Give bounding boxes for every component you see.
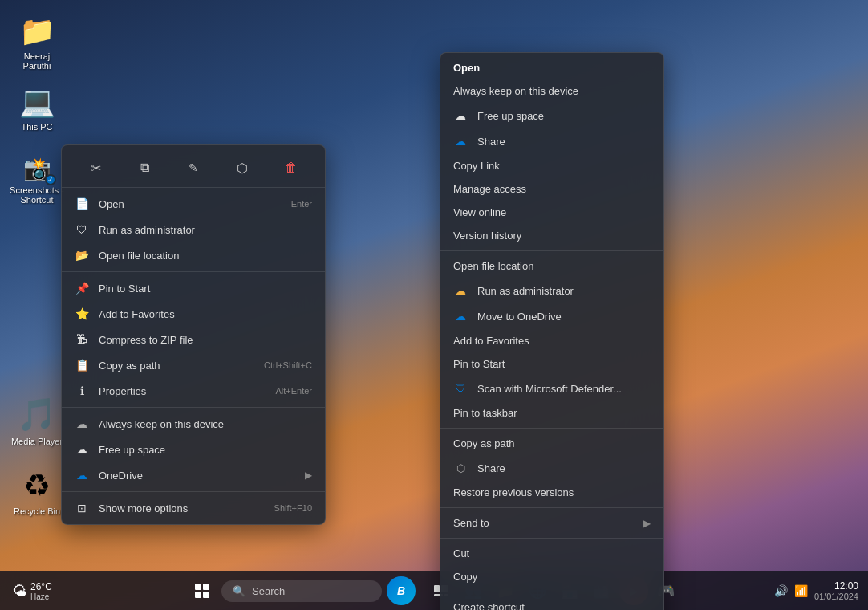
desktop-icon-this-pc[interactable]: 💻 This PC — [5, 80, 69, 136]
right-move-onedrive-label: Move to OneDrive — [477, 311, 651, 323]
right-menu-copy[interactable]: Copy — [440, 565, 663, 588]
properties-label: Properties — [99, 385, 266, 397]
right-menu-version-history[interactable]: Version history — [440, 224, 663, 247]
right-menu-open-file-location[interactable]: Open file location — [440, 254, 663, 278]
right-menu-copy-link[interactable]: Copy Link — [440, 154, 663, 177]
pin-start-label: Pin to Start — [99, 283, 312, 295]
right-menu-always-keep[interactable]: Always keep on this device — [440, 79, 663, 103]
cut-icon-btn[interactable]: ✂ — [81, 153, 110, 182]
right-context-menu: Open Always keep on this device ☁ Free u… — [440, 52, 664, 610]
taskbar-weather[interactable]: 🌤 26°C Haze — [6, 578, 59, 604]
left-menu-free-up[interactable]: ☁ Free up space — [62, 437, 325, 462]
right-menu-share[interactable]: ☁ Share — [440, 128, 663, 154]
run-admin-label: Run as administrator — [99, 224, 312, 236]
always-keep-icon: ☁ — [75, 417, 89, 431]
left-menu-show-more[interactable]: ⊡ Show more options Shift+F10 — [62, 495, 325, 521]
rename-icon-btn[interactable]: ✎ — [179, 153, 208, 182]
right-menu-manage-access[interactable]: Manage access — [440, 177, 663, 201]
left-menu-properties[interactable]: ℹ Properties Alt+Enter — [62, 378, 325, 404]
desktop-icon-folder[interactable]: 📁 Neeraj Paruthi — [5, 10, 69, 75]
taskbar-system-tray: 🔊 📶 12:00 01/01/2024 — [774, 580, 858, 601]
taskbar: 🌤 26°C Haze 🔍 Search B 👥 📁 — [0, 571, 868, 610]
right-menu-move-onedrive[interactable]: ☁ Move to OneDrive — [440, 303, 663, 329]
media-player-icon: 🎵 — [17, 396, 57, 433]
right-menu-add-favorites[interactable]: Add to Favorites — [440, 329, 663, 352]
right-menu-view-online[interactable]: View online — [440, 201, 663, 224]
open-label: Open — [99, 198, 282, 210]
copy-icon-btn[interactable]: ⧉ — [130, 153, 159, 182]
right-menu-free-up[interactable]: ☁ Free up space — [440, 103, 663, 128]
run-admin-icon: 🛡 — [75, 222, 89, 237]
right-menu-open[interactable]: Open — [440, 56, 663, 79]
right-send-to-label: Send to — [453, 517, 634, 529]
bing-button[interactable]: B — [387, 576, 416, 605]
weather-icon: 🌤 — [13, 583, 27, 600]
right-menu-send-to[interactable]: Send to ▶ — [440, 511, 663, 535]
right-send-to-arrow: ▶ — [643, 518, 651, 529]
right-manage-access-label: Manage access — [453, 183, 651, 195]
right-free-up-label: Free up space — [477, 110, 651, 122]
copy-path-label: Copy as path — [99, 360, 254, 372]
show-more-icon: ⊡ — [75, 501, 89, 515]
right-separator-3 — [440, 507, 663, 508]
desktop-icon-screenshots[interactable]: 📸 ✓ Screenshots - Shortcut — [5, 151, 69, 209]
copy-path-icon: 📋 — [75, 358, 89, 372]
clock-time: 12:00 — [814, 580, 858, 592]
add-fav-icon: ⭐ — [75, 307, 89, 321]
right-separator-5 — [440, 592, 663, 592]
clock-date: 01/01/2024 — [814, 592, 858, 601]
right-menu-share2[interactable]: ⬡ Share — [440, 455, 663, 481]
right-always-keep-label: Always keep on this device — [453, 85, 651, 97]
share-icon-btn[interactable]: ⬡ — [228, 153, 257, 182]
recycle-bin-label: Recycle Bin — [10, 506, 64, 516]
right-free-up-icon: ☁ — [453, 108, 468, 123]
start-button[interactable] — [188, 576, 217, 605]
right-run-admin-label: Run as administrator — [477, 285, 651, 297]
svg-rect-0 — [434, 585, 440, 592]
left-menu-run-admin[interactable]: 🛡 Run as administrator — [62, 217, 325, 242]
taskbar-weather-info: 26°C Haze — [30, 581, 52, 601]
desktop-icon-media-player[interactable]: 🎵 Media Player — [5, 391, 69, 451]
delete-icon-btn[interactable]: 🗑 — [277, 153, 306, 182]
folder-label: Neeraj Paruthi — [10, 51, 64, 71]
desktop-icon-recycle-bin[interactable]: ♻ Recycle Bin — [5, 463, 69, 521]
right-menu-cut[interactable]: Cut — [440, 542, 663, 565]
left-menu-onedrive[interactable]: ☁ OneDrive ▶ — [62, 462, 325, 488]
left-menu-pin-to-start[interactable]: 📌 Pin to Start — [62, 275, 325, 301]
right-menu-create-shortcut[interactable]: Create shortcut — [440, 596, 663, 610]
left-menu-add-favorites[interactable]: ⭐ Add to Favorites — [62, 301, 325, 327]
right-open-file-location-label: Open file location — [453, 260, 651, 272]
left-menu-copy-as-path[interactable]: 📋 Copy as path Ctrl+Shift+C — [62, 352, 325, 378]
right-run-admin-icon: ☁ — [453, 283, 468, 298]
right-view-online-label: View online — [453, 206, 651, 218]
right-menu-pin-to-start[interactable]: Pin to Start — [440, 352, 663, 376]
media-player-label: Media Player — [10, 437, 64, 446]
left-menu-always-keep[interactable]: ☁ Always keep on this device — [62, 411, 325, 437]
show-more-shortcut: Shift+F10 — [274, 503, 312, 513]
left-context-menu: ✂ ⧉ ✎ ⬡ 🗑 📄 Open Enter 🛡 Run as administ… — [61, 144, 326, 525]
separator-3 — [62, 491, 325, 492]
screenshots-label: Screenshots - Shortcut — [10, 185, 64, 205]
right-menu-copy-as-path[interactable]: Copy as path — [440, 432, 663, 455]
onedrive-icon: ☁ — [75, 468, 89, 482]
start-icon — [195, 584, 209, 598]
taskbar-clock[interactable]: 12:00 01/01/2024 — [814, 580, 858, 601]
right-menu-restore-previous[interactable]: Restore previous versions — [440, 481, 663, 504]
search-bar[interactable]: 🔍 Search — [221, 580, 382, 602]
left-menu-compress-zip[interactable]: 🗜 Compress to ZIP file — [62, 327, 325, 352]
right-menu-run-admin[interactable]: ☁ Run as administrator — [440, 278, 663, 303]
left-menu-open-file-location[interactable]: 📂 Open file location — [62, 242, 325, 268]
weather-condition: Haze — [30, 592, 52, 601]
left-menu-open[interactable]: 📄 Open Enter — [62, 191, 325, 217]
open-shortcut: Enter — [291, 199, 312, 209]
right-share-icon: ☁ — [453, 134, 468, 148]
recycle-bin-icon: ♻ — [23, 468, 51, 503]
screenshots-icon: 📸 ✓ — [23, 156, 51, 182]
show-more-label: Show more options — [99, 502, 265, 514]
right-menu-scan-defender[interactable]: 🛡 Scan with Microsoft Defender... — [440, 376, 663, 401]
free-up-label: Free up space — [99, 444, 312, 456]
right-menu-pin-taskbar[interactable]: Pin to taskbar — [440, 401, 663, 425]
open-file-location-label: Open file location — [99, 250, 312, 262]
right-restore-previous-label: Restore previous versions — [453, 486, 651, 498]
open-icon: 📄 — [75, 197, 89, 211]
